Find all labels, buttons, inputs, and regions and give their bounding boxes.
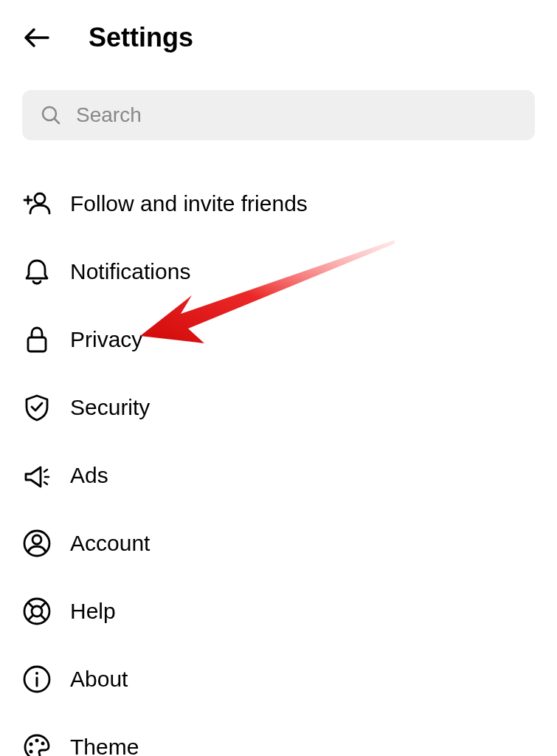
menu-label: Theme [70, 735, 139, 756]
svg-point-12 [32, 606, 42, 616]
menu-item-account[interactable]: Account [22, 509, 535, 577]
info-icon [22, 664, 52, 694]
page-title: Settings [89, 22, 193, 53]
svg-point-22 [41, 742, 45, 746]
menu-label: Account [70, 531, 150, 556]
svg-rect-5 [28, 337, 46, 351]
svg-line-15 [28, 615, 33, 620]
menu-label: Follow and invite friends [70, 191, 308, 216]
add-person-icon [22, 189, 52, 219]
svg-line-13 [28, 602, 33, 608]
svg-point-20 [30, 743, 33, 746]
svg-line-16 [41, 615, 46, 620]
bell-icon [22, 257, 52, 286]
menu-item-theme[interactable]: Theme [22, 713, 535, 756]
svg-line-8 [44, 482, 47, 484]
svg-line-6 [44, 470, 47, 472]
person-circle-icon [22, 529, 52, 558]
header: Settings [0, 0, 557, 68]
svg-point-2 [35, 193, 45, 204]
svg-line-1 [55, 119, 59, 123]
back-button[interactable] [22, 23, 52, 52]
svg-point-21 [35, 739, 39, 743]
menu-item-about[interactable]: About [22, 645, 535, 713]
menu-label: Help [70, 599, 116, 624]
menu-item-notifications[interactable]: Notifications [22, 238, 535, 306]
search-icon [41, 105, 61, 126]
search-box[interactable] [22, 90, 535, 140]
lifebuoy-icon [22, 597, 52, 626]
menu-item-ads[interactable]: Ads [22, 441, 535, 509]
palette-icon [22, 732, 52, 756]
menu-label: About [70, 667, 128, 692]
svg-point-23 [30, 750, 33, 754]
menu-label: Notifications [70, 259, 190, 284]
menu-item-follow-invite[interactable]: Follow and invite friends [22, 170, 535, 238]
search-container [0, 68, 557, 155]
menu-item-help[interactable]: Help [22, 577, 535, 645]
settings-menu: Follow and invite friends Notifications … [0, 155, 557, 756]
menu-item-security[interactable]: Security [22, 374, 535, 441]
menu-item-privacy[interactable]: Privacy [22, 306, 535, 374]
megaphone-icon [22, 461, 52, 490]
lock-icon [22, 325, 52, 354]
arrow-left-icon [22, 23, 52, 52]
svg-point-10 [32, 535, 41, 544]
search-input[interactable] [76, 103, 516, 127]
svg-point-18 [35, 672, 38, 675]
shield-icon [22, 393, 52, 422]
menu-label: Security [70, 395, 150, 420]
menu-label: Ads [70, 463, 108, 488]
menu-label: Privacy [70, 327, 142, 352]
svg-line-14 [41, 602, 46, 608]
